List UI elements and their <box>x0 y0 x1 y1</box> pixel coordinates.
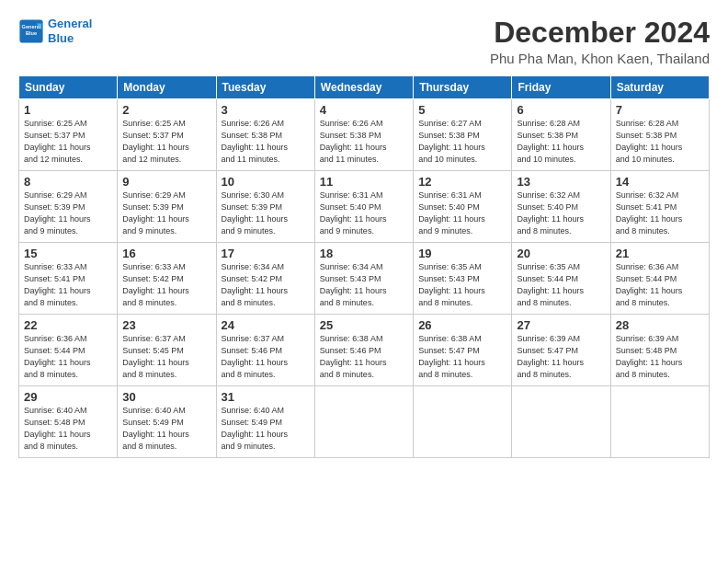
day-number: 1 <box>24 103 112 117</box>
day-info: Sunrise: 6:37 AM Sunset: 5:45 PM Dayligh… <box>122 333 210 381</box>
day-number: 8 <box>24 175 112 189</box>
day-number: 3 <box>222 103 310 117</box>
calendar-cell <box>414 386 512 458</box>
day-info: Sunrise: 6:28 AM Sunset: 5:38 PM Dayligh… <box>616 118 704 166</box>
day-number: 24 <box>222 318 310 332</box>
day-info: Sunrise: 6:29 AM Sunset: 5:39 PM Dayligh… <box>122 190 210 237</box>
day-number: 28 <box>616 318 704 332</box>
day-number: 9 <box>122 175 210 189</box>
header-monday: Monday <box>118 76 216 99</box>
calendar-cell: 14Sunrise: 6:32 AM Sunset: 5:41 PM Dayli… <box>610 171 709 243</box>
logo-icon: General Blue <box>18 18 44 44</box>
day-info: Sunrise: 6:36 AM Sunset: 5:44 PM Dayligh… <box>616 261 704 309</box>
day-number: 4 <box>320 103 408 117</box>
calendar-header-row: SundayMondayTuesdayWednesdayThursdayFrid… <box>19 76 710 99</box>
day-info: Sunrise: 6:29 AM Sunset: 5:39 PM Dayligh… <box>24 190 112 237</box>
calendar-cell: 8Sunrise: 6:29 AM Sunset: 5:39 PM Daylig… <box>19 171 118 243</box>
day-info: Sunrise: 6:38 AM Sunset: 5:46 PM Dayligh… <box>320 333 408 381</box>
day-number: 27 <box>517 318 605 332</box>
day-number: 7 <box>616 103 704 117</box>
calendar-cell <box>610 386 709 458</box>
day-info: Sunrise: 6:34 AM Sunset: 5:43 PM Dayligh… <box>320 261 408 309</box>
calendar-cell: 9Sunrise: 6:29 AM Sunset: 5:39 PM Daylig… <box>118 171 216 243</box>
logo: General Blue General Blue <box>18 17 92 45</box>
day-number: 29 <box>24 390 112 404</box>
calendar-cell: 13Sunrise: 6:32 AM Sunset: 5:40 PM Dayli… <box>512 171 610 243</box>
day-number: 2 <box>122 103 210 117</box>
calendar-cell: 1Sunrise: 6:25 AM Sunset: 5:37 PM Daylig… <box>19 99 118 171</box>
day-number: 10 <box>222 175 310 189</box>
day-number: 5 <box>418 103 506 117</box>
calendar-cell: 30Sunrise: 6:40 AM Sunset: 5:49 PM Dayli… <box>118 386 216 458</box>
calendar-cell: 23Sunrise: 6:37 AM Sunset: 5:45 PM Dayli… <box>118 315 216 386</box>
calendar-cell: 12Sunrise: 6:31 AM Sunset: 5:40 PM Dayli… <box>414 171 512 243</box>
calendar-cell: 5Sunrise: 6:27 AM Sunset: 5:38 PM Daylig… <box>414 99 512 171</box>
calendar-cell: 24Sunrise: 6:37 AM Sunset: 5:46 PM Dayli… <box>216 315 314 386</box>
day-info: Sunrise: 6:33 AM Sunset: 5:41 PM Dayligh… <box>24 261 112 309</box>
week-row-4: 22Sunrise: 6:36 AM Sunset: 5:44 PM Dayli… <box>19 315 710 386</box>
week-row-1: 1Sunrise: 6:25 AM Sunset: 5:37 PM Daylig… <box>19 99 710 171</box>
day-number: 12 <box>418 175 506 189</box>
calendar-cell: 6Sunrise: 6:28 AM Sunset: 5:38 PM Daylig… <box>512 99 610 171</box>
day-number: 23 <box>122 318 210 332</box>
logo-text: General Blue <box>48 17 92 45</box>
header-sunday: Sunday <box>19 76 118 99</box>
day-info: Sunrise: 6:39 AM Sunset: 5:48 PM Dayligh… <box>616 333 704 381</box>
day-info: Sunrise: 6:35 AM Sunset: 5:43 PM Dayligh… <box>418 261 506 309</box>
week-row-5: 29Sunrise: 6:40 AM Sunset: 5:48 PM Dayli… <box>19 386 710 458</box>
title-block: December 2024 Phu Pha Man, Khon Kaen, Th… <box>490 17 710 66</box>
day-info: Sunrise: 6:27 AM Sunset: 5:38 PM Dayligh… <box>418 118 506 166</box>
day-info: Sunrise: 6:40 AM Sunset: 5:48 PM Dayligh… <box>24 405 112 453</box>
day-number: 19 <box>418 247 506 260</box>
day-info: Sunrise: 6:37 AM Sunset: 5:46 PM Dayligh… <box>222 333 310 381</box>
header-thursday: Thursday <box>414 76 512 99</box>
calendar-cell <box>314 386 413 458</box>
day-number: 13 <box>517 175 605 189</box>
main-title: December 2024 <box>490 17 710 49</box>
calendar-cell: 27Sunrise: 6:39 AM Sunset: 5:47 PM Dayli… <box>512 315 610 386</box>
day-info: Sunrise: 6:26 AM Sunset: 5:38 PM Dayligh… <box>222 118 310 166</box>
calendar-cell: 11Sunrise: 6:31 AM Sunset: 5:40 PM Dayli… <box>314 171 413 243</box>
day-info: Sunrise: 6:25 AM Sunset: 5:37 PM Dayligh… <box>122 118 210 166</box>
logo-line2: Blue <box>48 31 92 46</box>
day-number: 21 <box>616 247 704 260</box>
calendar-cell: 18Sunrise: 6:34 AM Sunset: 5:43 PM Dayli… <box>314 243 413 315</box>
svg-text:Blue: Blue <box>26 30 37 36</box>
day-info: Sunrise: 6:33 AM Sunset: 5:42 PM Dayligh… <box>122 261 210 309</box>
calendar-cell: 29Sunrise: 6:40 AM Sunset: 5:48 PM Dayli… <box>19 386 118 458</box>
calendar-cell: 28Sunrise: 6:39 AM Sunset: 5:48 PM Dayli… <box>610 315 709 386</box>
day-number: 14 <box>616 175 704 189</box>
day-number: 11 <box>320 175 408 189</box>
day-number: 31 <box>222 390 310 404</box>
calendar: SundayMondayTuesdayWednesdayThursdayFrid… <box>18 75 710 458</box>
day-info: Sunrise: 6:40 AM Sunset: 5:49 PM Dayligh… <box>222 405 310 453</box>
day-info: Sunrise: 6:32 AM Sunset: 5:41 PM Dayligh… <box>616 190 704 237</box>
day-number: 26 <box>418 318 506 332</box>
day-info: Sunrise: 6:28 AM Sunset: 5:38 PM Dayligh… <box>517 118 605 166</box>
calendar-cell: 16Sunrise: 6:33 AM Sunset: 5:42 PM Dayli… <box>118 243 216 315</box>
calendar-cell: 31Sunrise: 6:40 AM Sunset: 5:49 PM Dayli… <box>216 386 314 458</box>
calendar-cell: 2Sunrise: 6:25 AM Sunset: 5:37 PM Daylig… <box>118 99 216 171</box>
day-info: Sunrise: 6:34 AM Sunset: 5:42 PM Dayligh… <box>222 261 310 309</box>
calendar-cell: 19Sunrise: 6:35 AM Sunset: 5:43 PM Dayli… <box>414 243 512 315</box>
calendar-cell: 22Sunrise: 6:36 AM Sunset: 5:44 PM Dayli… <box>19 315 118 386</box>
header-friday: Friday <box>512 76 610 99</box>
calendar-cell: 20Sunrise: 6:35 AM Sunset: 5:44 PM Dayli… <box>512 243 610 315</box>
calendar-cell: 15Sunrise: 6:33 AM Sunset: 5:41 PM Dayli… <box>19 243 118 315</box>
day-info: Sunrise: 6:32 AM Sunset: 5:40 PM Dayligh… <box>517 190 605 237</box>
day-number: 16 <box>122 247 210 260</box>
day-number: 6 <box>517 103 605 117</box>
calendar-cell: 25Sunrise: 6:38 AM Sunset: 5:46 PM Dayli… <box>314 315 413 386</box>
calendar-cell: 4Sunrise: 6:26 AM Sunset: 5:38 PM Daylig… <box>314 99 413 171</box>
day-number: 15 <box>24 247 112 260</box>
header-saturday: Saturday <box>610 76 709 99</box>
day-info: Sunrise: 6:38 AM Sunset: 5:47 PM Dayligh… <box>418 333 506 381</box>
header-tuesday: Tuesday <box>216 76 314 99</box>
day-number: 30 <box>122 390 210 404</box>
day-number: 25 <box>320 318 408 332</box>
header-wednesday: Wednesday <box>314 76 413 99</box>
calendar-cell: 7Sunrise: 6:28 AM Sunset: 5:38 PM Daylig… <box>610 99 709 171</box>
day-number: 22 <box>24 318 112 332</box>
day-number: 18 <box>320 247 408 260</box>
calendar-cell: 3Sunrise: 6:26 AM Sunset: 5:38 PM Daylig… <box>216 99 314 171</box>
